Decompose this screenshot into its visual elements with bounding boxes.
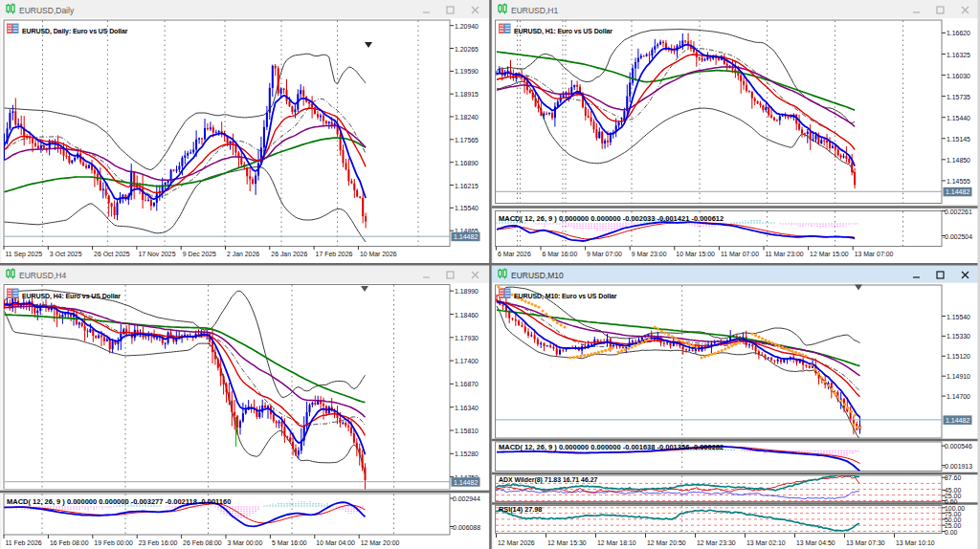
svg-text:EURUSD, H1: Euro vs US Dollar: EURUSD, H1: Euro vs US Dollar bbox=[514, 28, 612, 35]
svg-text:1.16325: 1.16325 bbox=[947, 52, 970, 58]
svg-text:10 Mar 04:00: 10 Mar 04:00 bbox=[316, 539, 355, 546]
svg-text:6 Mar 16:00: 6 Mar 16:00 bbox=[543, 251, 578, 257]
svg-text:0.00: 0.00 bbox=[945, 529, 958, 536]
svg-text:1.18240: 1.18240 bbox=[455, 114, 479, 121]
svg-text:-0.002504: -0.002504 bbox=[943, 233, 972, 240]
svg-text:6.60: 6.60 bbox=[945, 498, 958, 505]
svg-text:1.15330: 1.15330 bbox=[947, 333, 970, 340]
svg-text:12 Mar 23:30: 12 Mar 23:30 bbox=[697, 539, 736, 546]
svg-text:13 Mar 07:00: 13 Mar 07:00 bbox=[855, 251, 894, 257]
svg-text:MACD( 12, 26, 9 ) 0.000000 0.0: MACD( 12, 26, 9 ) 0.000000 0.000000 -0.0… bbox=[499, 214, 724, 223]
svg-text:1.15145: 1.15145 bbox=[947, 136, 970, 143]
svg-text:1.20265: 1.20265 bbox=[455, 46, 479, 53]
svg-text:26 Jan 2026: 26 Jan 2026 bbox=[271, 251, 307, 257]
svg-text:1.16620: 1.16620 bbox=[947, 30, 970, 36]
svg-text:EURUSD,M10: EURUSD,M10 bbox=[511, 271, 564, 280]
svg-text:19 Feb 00:00: 19 Feb 00:00 bbox=[94, 539, 133, 546]
svg-text:0.002944: 0.002944 bbox=[453, 495, 480, 502]
svg-text:9 Mar 23:00: 9 Mar 23:00 bbox=[632, 251, 667, 257]
svg-text:5 Mar 16:00: 5 Mar 16:00 bbox=[272, 539, 307, 546]
svg-text:EURUSD, H4: Euro vs US Dollar: EURUSD, H4: Euro vs US Dollar bbox=[22, 293, 121, 300]
svg-text:1.14555: 1.14555 bbox=[947, 178, 970, 185]
svg-text:1.14700: 1.14700 bbox=[947, 393, 970, 400]
svg-text:1.14482: 1.14482 bbox=[946, 188, 969, 195]
svg-text:MACD( 12, 26, 9 ) 0.000000 0.0: MACD( 12, 26, 9 ) 0.000000 0.000000 -0.0… bbox=[7, 497, 231, 506]
svg-text:1.16340: 1.16340 bbox=[455, 405, 479, 411]
svg-text:EURUSD,H1: EURUSD,H1 bbox=[511, 6, 558, 15]
svg-text:1.17930: 1.17930 bbox=[455, 335, 479, 341]
svg-text:87.60: 87.60 bbox=[945, 474, 961, 481]
svg-text:1.20940: 1.20940 bbox=[455, 23, 479, 30]
svg-text:13 Mar 04:50: 13 Mar 04:50 bbox=[796, 539, 835, 546]
svg-text:1.15540: 1.15540 bbox=[455, 205, 479, 211]
svg-text:12 Mar 15:00: 12 Mar 15:00 bbox=[810, 251, 849, 257]
svg-text:EURUSD, Daily: Euro vs US Dol: EURUSD, Daily: Euro vs US Dollar bbox=[22, 28, 128, 35]
svg-text:1.18915: 1.18915 bbox=[455, 91, 479, 98]
svg-text:12 Mar 18:10: 12 Mar 18:10 bbox=[597, 539, 636, 546]
svg-text:1.14482: 1.14482 bbox=[946, 417, 969, 424]
svg-text:1.17400: 1.17400 bbox=[455, 358, 479, 364]
svg-text:0.000546: 0.000546 bbox=[945, 443, 972, 450]
svg-text:17 Feb 2026: 17 Feb 2026 bbox=[316, 251, 353, 257]
svg-text:26 Oct 2025: 26 Oct 2025 bbox=[94, 251, 130, 257]
svg-text:11 Feb 2026: 11 Feb 2026 bbox=[6, 539, 42, 546]
svg-text:10 Mar 2026: 10 Mar 2026 bbox=[360, 251, 397, 257]
svg-text:1.15735: 1.15735 bbox=[947, 94, 970, 100]
svg-text:2 Jan 2026: 2 Jan 2026 bbox=[227, 251, 259, 257]
svg-text:9 Dec 2025: 9 Dec 2025 bbox=[183, 251, 216, 257]
svg-text:EURUSD, M10: Euro vs US Dolla: EURUSD, M10: Euro vs US Dollar bbox=[514, 293, 617, 300]
svg-text:MACD( 12, 26, 9 ) 0.000000 0.0: MACD( 12, 26, 9 ) 0.000000 0.000000 -0.0… bbox=[499, 443, 724, 451]
svg-text:EURUSD,H4: EURUSD,H4 bbox=[19, 271, 66, 280]
svg-text:EURUSD,Daily: EURUSD,Daily bbox=[19, 6, 75, 15]
svg-text:11 Mar 07:00: 11 Mar 07:00 bbox=[721, 251, 759, 257]
svg-text:1.18460: 1.18460 bbox=[455, 312, 479, 318]
svg-text:6 Mar 2026: 6 Mar 2026 bbox=[498, 251, 531, 257]
svg-text:13 Mar 07:30: 13 Mar 07:30 bbox=[846, 539, 885, 546]
svg-text:26 Feb 08:00: 26 Feb 08:00 bbox=[183, 539, 222, 546]
svg-text:1.15540: 1.15540 bbox=[947, 314, 970, 320]
svg-text:11 Sep 2025: 11 Sep 2025 bbox=[6, 251, 43, 258]
svg-text:16 Feb 08:00: 16 Feb 08:00 bbox=[50, 539, 89, 546]
svg-text:-0.001913: -0.001913 bbox=[943, 463, 972, 470]
svg-text:23 Feb 16:00: 23 Feb 16:00 bbox=[139, 539, 178, 546]
svg-text:1.15280: 1.15280 bbox=[455, 450, 479, 457]
svg-text:12 Mar 15:30: 12 Mar 15:30 bbox=[547, 539, 587, 546]
svg-text:1.18990: 1.18990 bbox=[455, 288, 479, 295]
svg-text:1.15810: 1.15810 bbox=[455, 428, 479, 434]
svg-text:17 Nov 2025: 17 Nov 2025 bbox=[138, 251, 175, 257]
svg-text:ADX Wilder(8) 71.83 16.71 46.2: ADX Wilder(8) 71.83 16.71 46.27 bbox=[499, 476, 598, 484]
svg-text:1.14482: 1.14482 bbox=[454, 479, 478, 486]
svg-text:0.002261: 0.002261 bbox=[945, 209, 972, 215]
svg-text:12 Mar 20:50: 12 Mar 20:50 bbox=[647, 539, 686, 546]
svg-text:RSI(14) 27.98: RSI(14) 27.98 bbox=[499, 505, 542, 514]
svg-text:1.15440: 1.15440 bbox=[947, 115, 970, 121]
svg-text:1.14910: 1.14910 bbox=[947, 373, 970, 380]
svg-text:1.14482: 1.14482 bbox=[454, 233, 478, 240]
svg-text:1.17565: 1.17565 bbox=[455, 137, 479, 143]
svg-text:-0.006088: -0.006088 bbox=[451, 524, 480, 531]
svg-text:12 Mar 2026: 12 Mar 2026 bbox=[498, 539, 535, 546]
svg-text:1.16030: 1.16030 bbox=[947, 73, 970, 79]
svg-text:1.16870: 1.16870 bbox=[455, 381, 479, 387]
svg-text:3 Oct 2025: 3 Oct 2025 bbox=[50, 251, 82, 257]
svg-text:1.19590: 1.19590 bbox=[455, 68, 479, 75]
svg-text:13 Mar 02:10: 13 Mar 02:10 bbox=[746, 539, 786, 546]
svg-text:12 Mar 20:00: 12 Mar 20:00 bbox=[361, 539, 400, 546]
svg-text:9 Mar 07:00: 9 Mar 07:00 bbox=[587, 251, 622, 257]
svg-text:13 Mar 10:10: 13 Mar 10:10 bbox=[896, 539, 935, 546]
svg-text:11 Mar 23:00: 11 Mar 23:00 bbox=[766, 251, 804, 257]
svg-text:3 Mar 00:00: 3 Mar 00:00 bbox=[228, 539, 263, 546]
svg-text:1.16215: 1.16215 bbox=[455, 183, 479, 189]
svg-text:1.15120: 1.15120 bbox=[947, 353, 970, 360]
svg-text:1.16890: 1.16890 bbox=[455, 160, 479, 166]
svg-text:10 Mar 15:00: 10 Mar 15:00 bbox=[676, 251, 715, 257]
svg-text:1.14850: 1.14850 bbox=[947, 157, 970, 164]
